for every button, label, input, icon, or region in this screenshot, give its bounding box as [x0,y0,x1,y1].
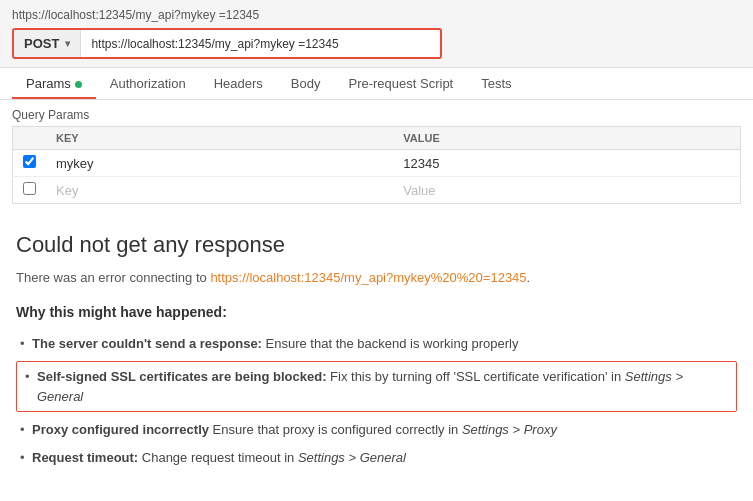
row2-checkbox[interactable] [23,182,36,195]
query-params-section: Query Params KEY VALUE mykey 12345 Key [0,100,753,212]
table-row: mykey 12345 [13,150,741,177]
row1-checkbox-cell [13,150,47,177]
url-bar-section: https://localhost:12345/my_api?mykey =12… [0,0,753,68]
tab-body-label: Body [291,76,321,91]
reason-ssl-text: Fix this by turning off 'SSL certificate… [326,369,624,384]
reasons-list: The server couldn't send a response: Ens… [16,330,737,472]
reason-ssl: Self-signed SSL certificates are being b… [16,361,737,412]
tab-headers-label: Headers [214,76,263,91]
request-bar: POST ▾ [12,28,442,59]
why-title: Why this might have happened: [16,304,737,320]
row2-checkbox-cell [13,177,47,204]
tab-tests-label: Tests [481,76,511,91]
query-params-label: Query Params [12,100,741,126]
row1-value[interactable]: 12345 [393,150,740,177]
error-url-link[interactable]: https://localhost:12345/my_api?mykey%20%… [210,270,526,285]
tab-params[interactable]: Params [12,68,96,99]
checkbox-col-header [13,127,47,150]
response-desc-prefix: There was an error connecting to [16,270,210,285]
tab-authorization[interactable]: Authorization [96,68,200,99]
url-input[interactable] [81,31,440,57]
tab-params-label: Params [26,76,71,91]
row2-key[interactable]: Key [46,177,393,204]
value-placeholder: Value [403,183,435,198]
reason-ssl-label: Self-signed SSL certificates are being b… [37,369,326,384]
reason-proxy-text: Ensure that proxy is configured correctl… [209,422,462,437]
reason-server-text: Ensure that the backend is working prope… [262,336,519,351]
method-chevron-icon: ▾ [65,38,70,49]
table-row: Key Value [13,177,741,204]
params-dot-indicator [75,81,82,88]
reason-timeout: Request timeout: Change request timeout … [16,444,737,472]
reason-proxy-label: Proxy configured incorrectly [32,422,209,437]
response-desc-suffix: . [527,270,531,285]
reason-server-label: The server couldn't send a response: [32,336,262,351]
params-table-header: KEY VALUE [13,127,741,150]
method-select[interactable]: POST ▾ [14,30,81,57]
reason-proxy: Proxy configured incorrectly Ensure that… [16,416,737,444]
tabs-section: Params Authorization Headers Body Pre-re… [0,68,753,100]
method-label: POST [24,36,59,51]
row2-value[interactable]: Value [393,177,740,204]
row1-checkbox[interactable] [23,155,36,168]
params-table: KEY VALUE mykey 12345 Key Value [12,126,741,204]
response-description: There was an error connecting to https:/… [16,268,737,288]
reason-timeout-text: Change request timeout in [138,450,298,465]
reason-timeout-italic: Settings > General [298,450,406,465]
tab-headers[interactable]: Headers [200,68,277,99]
reason-proxy-italic: Settings > Proxy [462,422,557,437]
url-display: https://localhost:12345/my_api?mykey =12… [12,8,741,22]
value-col-header: VALUE [393,127,740,150]
key-col-header: KEY [46,127,393,150]
tab-body[interactable]: Body [277,68,335,99]
reason-server: The server couldn't send a response: Ens… [16,330,737,358]
tab-pre-request[interactable]: Pre-request Script [334,68,467,99]
tab-pre-request-label: Pre-request Script [348,76,453,91]
row1-key[interactable]: mykey [46,150,393,177]
reason-timeout-label: Request timeout: [32,450,138,465]
tabs-container: Params Authorization Headers Body Pre-re… [12,68,741,99]
tab-tests[interactable]: Tests [467,68,525,99]
response-section: Could not get any response There was an … [0,212,753,491]
tab-authorization-label: Authorization [110,76,186,91]
response-title: Could not get any response [16,232,737,258]
key-placeholder: Key [56,183,78,198]
